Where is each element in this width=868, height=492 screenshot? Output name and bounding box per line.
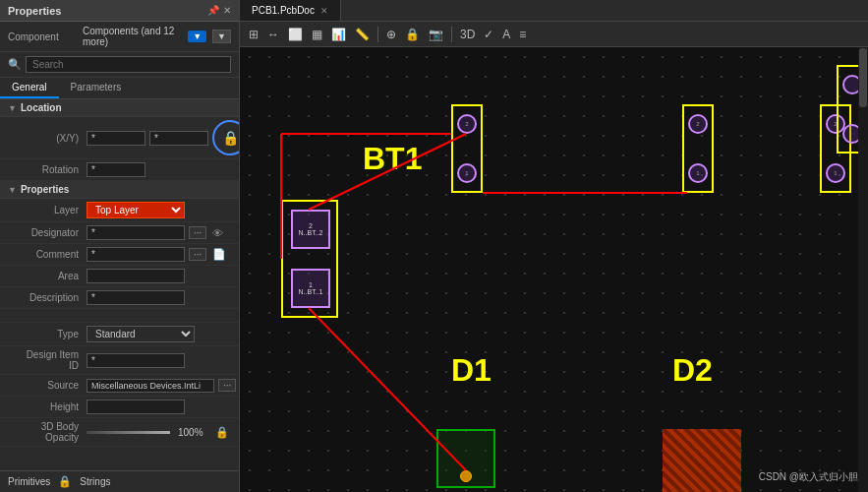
xy-row: (X/Y) 🔒: [0, 117, 239, 159]
d1-diode-component[interactable]: 2 1: [451, 104, 483, 193]
panel-header-icons: 📌 ✕: [207, 5, 231, 16]
d1-pad-top[interactable]: 2: [457, 114, 477, 134]
y-input[interactable]: [149, 131, 208, 146]
d1-pad-bottom[interactable]: 1: [457, 163, 477, 183]
place2-btn[interactable]: ▦: [309, 27, 325, 42]
design-item-value: [87, 353, 231, 368]
d1-footprint[interactable]: [436, 429, 495, 488]
opacity-slider[interactable]: [87, 431, 170, 434]
height-input[interactable]: [87, 400, 185, 414]
designator-ellipsis[interactable]: ···: [189, 226, 206, 239]
text-btn[interactable]: A: [499, 27, 513, 42]
tab-general[interactable]: General: [0, 78, 59, 98]
location-section-header[interactable]: ▼ Location: [0, 99, 239, 117]
bt1-pad-bottom[interactable]: 1N..BT..1: [291, 269, 330, 308]
bt1-pad-top[interactable]: 2N..BT..2: [291, 210, 330, 249]
d2-pad-top[interactable]: 2: [688, 114, 708, 134]
area-input[interactable]: [87, 269, 185, 283]
designator-eye-icon[interactable]: 👁: [210, 227, 225, 239]
xy-label: (X/Y): [16, 133, 87, 144]
d1-bottom-pad: [460, 470, 472, 482]
height-label: Height: [16, 401, 87, 412]
designator-label: Designator: [16, 227, 87, 238]
rotation-label: Rotation: [16, 164, 87, 175]
height-row: Height: [0, 397, 239, 418]
xy-value: 🔒: [87, 120, 239, 155]
snap-btn[interactable]: ⊕: [383, 27, 399, 42]
tab-parameters[interactable]: Parameters: [59, 78, 134, 98]
lock-icon: 🔒: [58, 475, 72, 488]
close-icon[interactable]: ✕: [223, 5, 231, 16]
properties-panel: Properties 📌 ✕ Component Components (and…: [0, 0, 240, 492]
opacity-label: 3D Body Opacity: [16, 421, 87, 443]
toolbar-sep2: [451, 27, 452, 42]
comment-icon2[interactable]: 📄: [210, 248, 228, 261]
filter-toolbar-btn[interactable]: ⊞: [246, 27, 261, 42]
measure-btn[interactable]: 📏: [352, 27, 373, 42]
bt1-component[interactable]: 2N..BT..2 1N..BT..1: [281, 200, 338, 318]
type-label: Type: [16, 329, 87, 339]
lock2-btn[interactable]: 🔒: [402, 27, 423, 42]
design-item-label: Design Item ID: [16, 349, 87, 371]
file-tab-label: PCB1.PcbDoc: [252, 5, 315, 16]
bt1-pad-bottom-label: 1N..BT..1: [299, 281, 323, 295]
layer-row: Layer Top Layer: [0, 199, 239, 222]
d2-label: D2: [672, 352, 713, 389]
bottom-bar: Primitives 🔒 Strings: [0, 470, 239, 492]
source-ellipsis[interactable]: ···: [218, 379, 236, 392]
d1-label: D1: [451, 352, 492, 389]
bt1-label: BT1: [363, 141, 422, 177]
place-btn[interactable]: ⬜: [285, 27, 306, 42]
description-row: Description: [0, 287, 239, 309]
search-input[interactable]: [26, 56, 231, 73]
x-input[interactable]: [87, 131, 145, 146]
type-select[interactable]: Standard: [87, 326, 195, 342]
filter-button[interactable]: ▼: [188, 31, 206, 42]
toolbar: ⊞ ↔ ⬜ ▦ 📊 📏 ⊕ 🔒 📷 3D ✓ A ≡: [240, 22, 868, 47]
scroll-thumb[interactable]: [859, 48, 867, 107]
properties-section-header[interactable]: ▼ Properties: [0, 181, 239, 199]
props-collapse-icon: ▼: [8, 185, 17, 195]
location-label: Location: [21, 102, 62, 113]
comment-row: Comment ··· 📄: [0, 244, 239, 266]
tabs-row: General Parameters: [0, 78, 239, 99]
description-input[interactable]: [87, 290, 185, 305]
pcb-file-tab[interactable]: PCB1.PcbDoc ✕: [240, 0, 341, 21]
component-dropdown[interactable]: ▼: [212, 30, 231, 43]
design-rule-btn[interactable]: ✓: [481, 27, 496, 42]
search-box: 🔍: [0, 52, 239, 78]
opacity-display: 100%: [178, 427, 209, 438]
comment-ellipsis[interactable]: ···: [189, 248, 206, 261]
camera-btn[interactable]: 📷: [426, 27, 446, 42]
collapse-arrow-icon: ▼: [8, 103, 17, 113]
align-btn[interactable]: ≡: [516, 27, 529, 42]
pin-icon[interactable]: 📌: [207, 5, 219, 16]
properties-scroll: ▼ Location (X/Y) 🔒 Rotation ▼ Properties…: [0, 99, 239, 470]
pcb-canvas[interactable]: BT1 2N..BT..2 1N..BT..1 + 2 1 D1 2 1 D2 …: [240, 47, 868, 492]
layer-value: Top Layer: [87, 202, 231, 218]
d2-diode-component[interactable]: 2 1: [682, 104, 714, 193]
area-value: [87, 269, 231, 283]
strings-button[interactable]: Strings: [80, 476, 110, 487]
vertical-scrollbar[interactable]: [858, 47, 868, 492]
type-row: Type Standard: [0, 323, 239, 346]
designator-input[interactable]: [87, 225, 185, 240]
opacity-lock-icon[interactable]: 🔒: [213, 426, 231, 439]
type-value: Standard: [87, 326, 231, 342]
d2-pad-bottom[interactable]: 1: [688, 163, 708, 183]
chart-btn[interactable]: 📊: [328, 27, 349, 42]
layer-select[interactable]: Top Layer: [87, 202, 185, 218]
source-input[interactable]: [87, 379, 214, 393]
d3-pad-bottom[interactable]: 1: [826, 163, 845, 183]
rotation-input[interactable]: [87, 162, 145, 177]
design-item-input[interactable]: [87, 353, 185, 368]
3d-btn[interactable]: 3D: [457, 27, 478, 42]
comment-label: Comment: [16, 249, 87, 260]
comment-input[interactable]: [87, 247, 185, 262]
lock-button[interactable]: 🔒: [212, 120, 239, 155]
file-tab-close-icon[interactable]: ✕: [320, 6, 328, 16]
route-btn[interactable]: ↔: [264, 27, 282, 42]
tab-bar: PCB1.PcbDoc ✕: [240, 0, 868, 22]
d2-footprint[interactable]: [663, 429, 741, 492]
primitives-button[interactable]: Primitives: [8, 476, 50, 487]
